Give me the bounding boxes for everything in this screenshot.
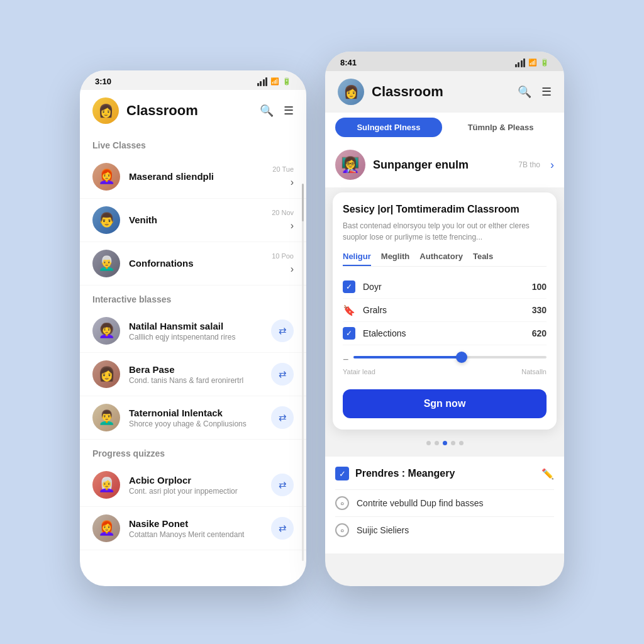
arrow-icon[interactable]: › xyxy=(291,220,294,231)
arrow-icon[interactable]: › xyxy=(291,264,294,275)
dots-row xyxy=(325,435,564,452)
item-date: 10 Poo xyxy=(272,252,294,260)
check-value: 620 xyxy=(532,328,547,338)
list-item[interactable]: 👩‍🦳 Acbic Orplocr Cont. asri plot your i… xyxy=(80,464,306,507)
search-icon[interactable]: 🔍 xyxy=(518,85,531,99)
item-avatar: 👨‍🦳 xyxy=(92,250,120,277)
item-content: Acbic Orplocr Cont. asri plot your inppe… xyxy=(129,475,262,496)
scroll-content: Live Classes 👩‍🦰 Maserand sliendpli 20 T… xyxy=(80,131,306,550)
item-name: Confornations xyxy=(129,258,263,269)
featured-avatar: 👩‍🏫 xyxy=(335,150,365,180)
scrollbar-track xyxy=(302,184,304,561)
header-icons-left: 🔍 ☰ xyxy=(260,104,294,118)
item-right: 20 Nov › xyxy=(272,209,294,231)
menu-icon[interactable]: ☰ xyxy=(284,104,294,118)
wifi-icon: 📶 xyxy=(270,77,279,86)
item-content: Venith xyxy=(129,214,263,226)
avatar-face: 👩 xyxy=(338,79,364,105)
item-avatar: 👩‍🦳 xyxy=(92,471,120,499)
phone-right: 8:41 📶 🔋 👩 Classroom 🔍 ☰ xyxy=(325,52,564,586)
arrow-icon[interactable]: › xyxy=(291,177,294,188)
bottom-item[interactable]: ○ Contrite vebulld Dup find basses xyxy=(335,489,554,516)
checkbox-checked[interactable]: ✓ xyxy=(343,280,355,293)
action-button[interactable]: ⇄ xyxy=(271,517,294,540)
wifi-icon: 📶 xyxy=(528,58,537,67)
modal-tab-meglith[interactable]: Meglith xyxy=(381,252,410,261)
slider-track xyxy=(353,356,547,358)
bottom-checkbox[interactable]: ✓ xyxy=(335,467,349,480)
featured-item[interactable]: 👩‍🏫 Sunpanger enulm 7B tho › xyxy=(325,142,564,187)
signal-icon xyxy=(515,58,526,67)
item-name: Acbic Orplocr xyxy=(129,475,262,486)
time-left: 3:10 xyxy=(95,77,111,86)
dot-1 xyxy=(426,441,431,445)
app-header-left: 👩 Classroom 🔍 ☰ xyxy=(80,90,306,131)
item-avatar: 👨‍🦱 xyxy=(92,404,120,431)
item-name: Bera Pase xyxy=(129,364,262,375)
action-button[interactable]: ⇄ xyxy=(271,319,294,342)
modal-tab-neligur[interactable]: Neligur xyxy=(343,252,371,266)
list-item[interactable]: 👩‍🦰 Nasike Ponet Cotattan Manoys Merit c… xyxy=(80,507,306,550)
checkbox-checked[interactable]: ✓ xyxy=(343,327,355,340)
slider-minus[interactable]: − xyxy=(343,354,348,365)
check-label: Gralrs xyxy=(363,305,525,315)
check-row: ✓ Doyr 100 xyxy=(343,275,547,299)
avatar-face: 👩 xyxy=(92,97,119,124)
tab-suggested[interactable]: Sulngedt Plness xyxy=(335,118,442,137)
featured-arrow-icon[interactable]: › xyxy=(550,158,554,172)
section-interactive: Interactive blasses xyxy=(80,286,306,309)
app-header-right: 👩 Classroom 🔍 ☰ xyxy=(325,71,564,113)
item-name: Nasike Ponet xyxy=(129,518,262,529)
scrollbar-thumb[interactable] xyxy=(302,184,304,221)
item-date: 20 Nov xyxy=(272,209,294,216)
battery-icon: 🔋 xyxy=(282,77,291,86)
item-content: Natilal Hansmit salail Calllich eqjy int… xyxy=(129,321,262,341)
modal-tab-authcatory[interactable]: Authcatory xyxy=(419,252,463,261)
bottom-item-label: Suijic Sieliers xyxy=(357,525,409,535)
user-avatar-right[interactable]: 👩 xyxy=(338,79,364,105)
check-row: ✓ Etalections 620 xyxy=(343,322,547,345)
battery-icon: 🔋 xyxy=(540,58,549,67)
slider-thumb[interactable] xyxy=(456,352,467,363)
item-desc: Shorce yooy uhage & Conpliusions xyxy=(129,419,262,428)
search-icon[interactable]: 🔍 xyxy=(260,104,274,118)
modal-desc: Bast contenad elnorsyou telp you lor out… xyxy=(343,220,547,243)
item-avatar: 👩 xyxy=(92,360,120,388)
bottom-title: Prendres : Meangery xyxy=(355,468,535,479)
time-right: 8:41 xyxy=(340,58,357,67)
list-item[interactable]: 👩 Bera Pase Cond. tanis Nans & fard eron… xyxy=(80,353,306,396)
list-item[interactable]: 👨 Venith 20 Nov › xyxy=(80,199,306,242)
edit-icon[interactable]: ✏️ xyxy=(541,468,554,480)
item-desc: Cond. tanis Nans & fard eronirertrl xyxy=(129,376,262,385)
action-button[interactable]: ⇄ xyxy=(271,363,294,386)
item-right: 20 Tue › xyxy=(272,165,294,188)
status-bar-left: 3:10 📶 🔋 xyxy=(80,70,306,90)
modal-title: Sesicy |or| Tomtimeradim Classroom xyxy=(343,204,547,215)
slider-min-label: Yatair lead xyxy=(343,368,375,375)
bottom-item[interactable]: ○ Suijic Sieliers xyxy=(335,516,554,543)
signal-icon xyxy=(257,77,268,86)
modal-tab-teals[interactable]: Teals xyxy=(473,252,493,261)
modal-tabs: Neligur Meglith Authcatory Teals xyxy=(343,252,547,267)
modal-card: Sesicy |or| Tomtimeradim Classroom Bast … xyxy=(333,192,557,430)
item-desc: Cont. asri plot your inppemectior xyxy=(129,487,262,496)
list-item[interactable]: 👩‍🦰 Maserand sliendpli 20 Tue › xyxy=(80,155,306,199)
list-item[interactable]: 👩‍🦱 Natilal Hansmit salail Calllich eqjy… xyxy=(80,309,306,353)
check-value: 330 xyxy=(532,305,547,315)
user-avatar-left[interactable]: 👩 xyxy=(92,97,119,124)
item-avatar: 👩‍🦱 xyxy=(92,317,120,345)
menu-icon[interactable]: ☰ xyxy=(541,85,552,99)
slider-labels: Yatair lead Natsalln xyxy=(343,368,547,375)
action-button[interactable]: ⇄ xyxy=(271,406,294,429)
bookmark-icon[interactable]: 🔖 xyxy=(343,304,355,316)
action-button[interactable]: ⇄ xyxy=(271,474,294,496)
status-bar-right: 8:41 📶 🔋 xyxy=(325,52,564,71)
list-item[interactable]: 👨‍🦳 Confornations 10 Poo › xyxy=(80,242,306,286)
list-item[interactable]: 👨‍🦱 Taternonial Inlentack Shorce yooy uh… xyxy=(80,396,306,440)
tab-tomorrow[interactable]: Tümnlp & Pleass xyxy=(447,118,554,137)
phones-container: 3:10 📶 🔋 👩 Classroom 🔍 ☰ xyxy=(55,33,589,611)
item-name: Venith xyxy=(129,214,263,225)
sign-now-button[interactable]: Sgn now xyxy=(343,389,547,418)
dot-5 xyxy=(459,441,464,445)
item-name: Taternonial Inlentack xyxy=(129,408,262,418)
